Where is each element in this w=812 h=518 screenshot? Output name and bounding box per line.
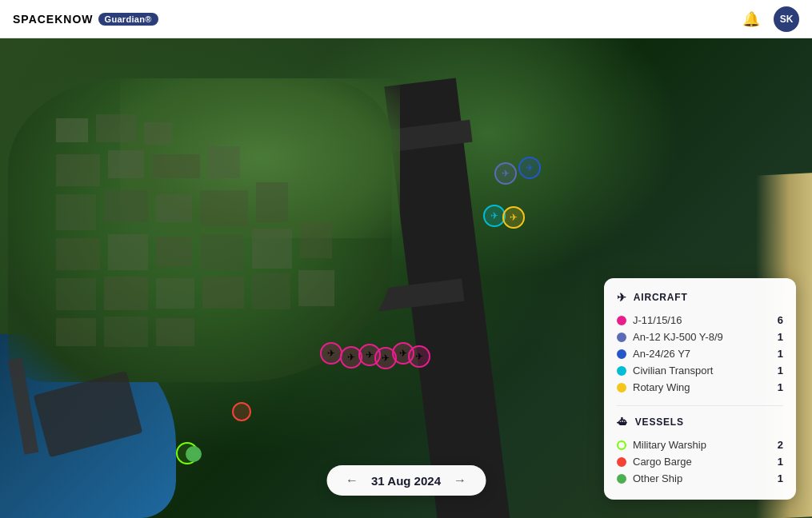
legend-item-cargo: Cargo Barge 1 [617, 453, 783, 470]
navbar: SPACE KNOW Guardian® 🔔 SK [0, 0, 812, 38]
j11-dot [617, 316, 626, 325]
svg-rect-14 [156, 237, 192, 267]
warship-count: 2 [778, 439, 783, 451]
svg-rect-13 [108, 234, 148, 270]
svg-rect-9 [156, 194, 192, 222]
vessels-section-label: VESSELS [635, 416, 684, 428]
svg-rect-17 [300, 222, 332, 258]
j11-label: J-11/15/16 [633, 314, 682, 326]
map-container[interactable]: ✈ ✈ ✈ ✈ ✈ ✈ ✈ ✈ ✈ ✈ ✈ AIRCRAFT J-11/15/1… [0, 38, 812, 518]
svg-rect-7 [56, 194, 96, 230]
svg-rect-6 [208, 146, 240, 178]
j11-count: 6 [778, 314, 783, 326]
civilian-count: 1 [778, 365, 783, 377]
legend-item-civilian: Civilian Transport 1 [617, 362, 783, 379]
logo-badge: Guardian® [98, 13, 158, 26]
legend-aircraft-title: ✈ AIRCRAFT [617, 291, 783, 304]
user-avatar-button[interactable]: SK [774, 6, 799, 32]
cargo-dot [617, 457, 626, 467]
prev-arrow-icon: ← [346, 473, 358, 488]
svg-rect-8 [104, 190, 148, 222]
svg-rect-0 [56, 118, 88, 142]
an12-label: An-12 KJ-500 Y-8/9 [633, 331, 723, 343]
urban-area [40, 102, 344, 358]
aircraft-marker-j11-6[interactable]: ✈ [408, 345, 430, 368]
logo-know: KNOW [54, 13, 93, 26]
legend-divider [617, 405, 783, 406]
legend-item-othership: Other Ship 1 [617, 470, 783, 487]
avatar-initials: SK [780, 14, 794, 25]
rotary-label: Rotary Wing [633, 381, 690, 393]
aircraft-icon: ✈ [617, 291, 627, 304]
cargo-count: 1 [778, 456, 783, 468]
svg-rect-25 [104, 317, 148, 347]
svg-rect-4 [108, 150, 144, 178]
an24-dot [617, 349, 626, 359]
an24-count: 1 [778, 348, 783, 360]
date-navigation: ← 31 Aug 2024 → [326, 465, 486, 496]
vessel-icon: ⛴ [617, 416, 629, 428]
svg-rect-16 [252, 229, 292, 269]
svg-rect-11 [256, 182, 288, 222]
legend-item-j11: J-11/15/16 6 [617, 312, 783, 329]
legend-item-rotary: Rotary Wing 1 [617, 379, 783, 396]
bell-icon: 🔔 [742, 10, 760, 28]
warship-dot [617, 440, 626, 450]
logo: SPACE KNOW Guardian® [13, 13, 158, 26]
svg-rect-21 [202, 277, 244, 309]
svg-rect-3 [56, 154, 100, 186]
vessel-other-ship[interactable] [186, 446, 202, 462]
svg-rect-12 [56, 238, 100, 270]
aircraft-marker-j11-1[interactable]: ✈ [320, 342, 342, 365]
svg-rect-26 [156, 318, 194, 346]
next-arrow-icon: → [454, 473, 466, 488]
rotary-count: 1 [778, 381, 783, 393]
othership-count: 1 [778, 472, 783, 484]
svg-rect-5 [152, 154, 200, 178]
svg-rect-1 [96, 114, 136, 142]
nav-right: 🔔 SK [738, 6, 799, 32]
aircraft-marker-kj500[interactable]: ✈ [494, 162, 517, 185]
an24-label: An-24/26 Y7 [633, 348, 690, 360]
cargo-label: Cargo Barge [633, 456, 692, 468]
svg-rect-15 [200, 234, 244, 270]
aircraft-marker-rotary[interactable]: ✈ [502, 206, 525, 229]
legend-panel: ✈ AIRCRAFT J-11/15/16 6 An-12 KJ-500 Y-8… [604, 278, 796, 500]
svg-rect-22 [252, 273, 290, 309]
svg-rect-23 [298, 270, 334, 306]
vessel-cargo-barge[interactable] [232, 402, 251, 421]
aircraft-section-label: AIRCRAFT [634, 292, 688, 303]
notification-button[interactable]: 🔔 [738, 6, 764, 32]
legend-item-an12: An-12 KJ-500 Y-8/9 1 [617, 329, 783, 345]
warship-label: Military Warship [633, 439, 706, 451]
logo-space: SPACE [13, 13, 54, 26]
legend-vessels-title: ⛴ VESSELS [617, 416, 783, 428]
svg-rect-20 [156, 278, 194, 309]
date-prev-button[interactable]: ← [346, 473, 358, 488]
othership-dot [617, 474, 626, 484]
othership-label: Other Ship [633, 472, 682, 484]
date-next-button[interactable]: → [454, 473, 466, 488]
civilian-label: Civilian Transport [633, 365, 713, 377]
svg-rect-24 [56, 318, 96, 346]
svg-rect-2 [144, 122, 172, 145]
legend-item-an24: An-24/26 Y7 1 [617, 345, 783, 362]
an12-dot [617, 333, 626, 342]
svg-rect-19 [104, 277, 148, 310]
svg-rect-18 [56, 278, 96, 310]
civilian-dot [617, 366, 626, 376]
aircraft-marker-an24[interactable]: ✈ [518, 157, 541, 179]
date-label: 31 Aug 2024 [371, 474, 441, 488]
an12-count: 1 [778, 331, 783, 343]
svg-rect-10 [200, 190, 248, 226]
legend-item-warship: Military Warship 2 [617, 436, 783, 453]
rotary-dot [617, 383, 626, 392]
